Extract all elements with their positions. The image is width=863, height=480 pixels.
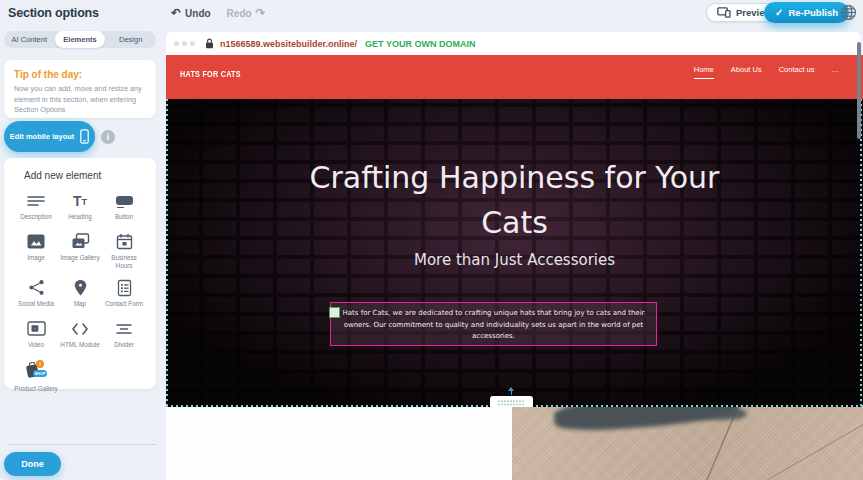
element-item-label: Social Media xyxy=(18,300,54,308)
site-header: HATS FOR CATS Home About Us Contact us … xyxy=(166,55,863,99)
check-icon: ✓ xyxy=(775,7,783,18)
tip-of-the-day-card: Tip of the day: Now you can add, move an… xyxy=(4,60,156,118)
preview-scrollbar[interactable] xyxy=(857,42,861,139)
resize-grip-dots-icon xyxy=(498,400,525,407)
element-item-label: Business Hours xyxy=(102,254,146,270)
nav-item-about-us[interactable]: About Us xyxy=(731,65,762,78)
element-item-divider[interactable]: Divider xyxy=(102,319,146,352)
element-item-label: Image xyxy=(27,254,45,262)
element-item-map[interactable]: Map xyxy=(58,278,102,311)
edit-mobile-layout-button[interactable]: Edit mobile layout xyxy=(4,121,95,152)
element-item-label: Description xyxy=(20,213,52,221)
sidebar-divider xyxy=(8,444,156,445)
hero-paragraph: Hats for Cats, we are dedicated to craft… xyxy=(339,308,648,343)
add-element-title: Add new element xyxy=(24,170,146,181)
element-item-contact-form[interactable]: Contact Form xyxy=(102,278,146,311)
edit-mobile-label: Edit mobile layout xyxy=(10,132,75,141)
get-domain-link[interactable]: GET YOUR OWN DOMAIN xyxy=(365,39,475,49)
editor-window: Section options ↶ Undo Redo ↷ Preview ✓ … xyxy=(0,0,863,480)
next-section-image[interactable] xyxy=(512,407,863,480)
redo-label: Redo xyxy=(227,8,252,19)
selected-text-element[interactable]: Hats for Cats, we are dedicated to craft… xyxy=(330,302,657,346)
product-gallery-icon: ! SHOP xyxy=(23,360,49,382)
html-module-icon xyxy=(71,319,89,338)
lock-icon xyxy=(205,38,214,49)
site-logo[interactable]: HATS FOR CATS xyxy=(180,69,241,79)
sidebar-tabs: AI Content Elements Design xyxy=(4,31,156,48)
nav-item-home[interactable]: Home xyxy=(694,65,714,79)
tip-heading: Tip of the day: xyxy=(14,69,146,80)
button-icon xyxy=(116,191,133,210)
site-nav: Home About Us Contact us … xyxy=(694,65,839,79)
site-url: n1566589.websitebuilder.online/ xyxy=(220,39,357,49)
hero-section[interactable]: Crafting Happiness for Your Cats More th… xyxy=(166,99,863,407)
undo-redo-group: ↶ Undo Redo ↷ xyxy=(171,7,266,19)
social-media-icon xyxy=(28,278,45,297)
nav-overflow-icon[interactable]: … xyxy=(832,65,840,78)
resize-arrow-up-icon xyxy=(508,387,515,395)
nav-item-contact-us[interactable]: Contact us xyxy=(779,65,815,78)
undo-button[interactable]: ↶ Undo xyxy=(171,7,211,19)
undo-label: Undo xyxy=(185,8,211,19)
preview-browser-bar: n1566589.websitebuilder.online/ GET YOUR… xyxy=(166,32,861,55)
undo-icon: ↶ xyxy=(171,7,181,19)
divider-icon xyxy=(115,319,133,338)
element-item-button[interactable]: Button xyxy=(102,191,146,224)
contact-form-icon xyxy=(117,278,132,297)
image-gallery-icon xyxy=(71,232,90,251)
heading-icon: TT xyxy=(73,191,87,210)
business-hours-icon xyxy=(116,232,133,251)
element-item-label: Heading xyxy=(68,213,91,221)
element-item-label: Button xyxy=(115,213,133,221)
info-icon[interactable]: i xyxy=(101,130,115,144)
element-item-label: Product Gallery xyxy=(14,385,57,393)
image-icon xyxy=(27,232,45,251)
globe-icon[interactable] xyxy=(840,4,857,21)
hero-heading[interactable]: Crafting Happiness for Your Cats xyxy=(300,155,730,245)
element-item-description[interactable]: Description xyxy=(14,191,58,224)
republish-label: Re-Publish xyxy=(788,7,838,18)
element-item-social-media[interactable]: Social Media xyxy=(14,278,58,311)
element-item-label: Divider xyxy=(114,341,134,349)
tip-body: Now you can add, move and resize any ele… xyxy=(14,84,146,116)
page-title: Section options xyxy=(8,6,99,20)
element-item-image-gallery[interactable]: Image Gallery xyxy=(58,232,102,270)
redo-button[interactable]: Redo ↷ xyxy=(227,7,266,19)
devices-icon xyxy=(717,7,731,18)
element-item-label: HTML Module xyxy=(60,341,99,349)
map-icon xyxy=(73,278,88,297)
tab-design[interactable]: Design xyxy=(105,31,156,48)
republish-button[interactable]: ✓ Re-Publish xyxy=(764,2,849,23)
element-drag-handle[interactable] xyxy=(329,307,340,318)
element-item-label: Contact Form xyxy=(105,300,143,308)
tab-ai-content[interactable]: AI Content xyxy=(4,31,55,48)
element-item-label: Image Gallery xyxy=(60,254,99,262)
element-item-image[interactable]: Image xyxy=(14,232,58,270)
element-item-video[interactable]: Video xyxy=(14,319,58,352)
tab-elements[interactable]: Elements xyxy=(55,31,106,48)
add-element-panel: Add new element Description TT Heading B… xyxy=(4,158,156,389)
video-icon xyxy=(27,319,46,338)
element-item-label: Video xyxy=(28,341,44,349)
element-item-html-module[interactable]: HTML Module xyxy=(58,319,102,352)
browser-dots-icon xyxy=(174,41,195,46)
element-item-label: Map xyxy=(74,300,86,308)
element-item-heading[interactable]: TT Heading xyxy=(58,191,102,224)
done-button[interactable]: Done xyxy=(4,452,61,476)
redo-icon: ↷ xyxy=(256,7,266,19)
element-grid: Description TT Heading Button xyxy=(14,191,146,394)
description-icon xyxy=(27,191,45,210)
hero-subheading[interactable]: More than Just Accessories xyxy=(166,251,863,269)
element-item-product-gallery[interactable]: ! SHOP Product Gallery xyxy=(14,360,58,393)
element-item-business-hours[interactable]: Business Hours xyxy=(102,232,146,270)
phone-icon xyxy=(80,129,89,144)
